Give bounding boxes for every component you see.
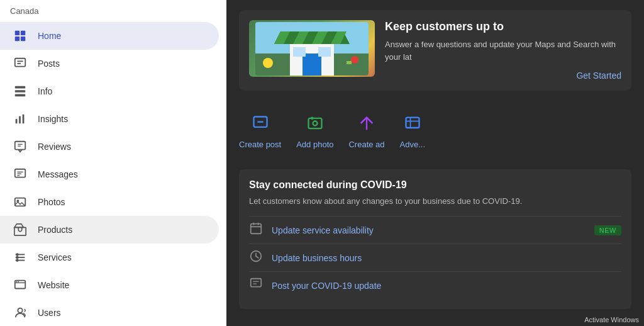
- svg-rect-1: [21, 31, 25, 35]
- create-post-button[interactable]: Create post: [239, 111, 281, 149]
- insights-icon: [13, 111, 28, 126]
- sidebar-item-users[interactable]: Users: [0, 299, 219, 326]
- sidebar-item-label-reviews: Reviews: [38, 142, 71, 152]
- svg-point-27: [16, 256, 19, 259]
- sidebar-item-website[interactable]: Website: [0, 271, 219, 299]
- sidebar-header: Canada: [0, 3, 226, 22]
- actions-row: Create post Add photo: [239, 103, 631, 157]
- posts-icon: [13, 56, 28, 71]
- sidebar-item-label-insights: Insights: [38, 114, 68, 124]
- svg-rect-47: [347, 61, 352, 64]
- new-badge: NEW: [594, 225, 621, 235]
- svg-point-45: [263, 58, 273, 68]
- create-ad-button[interactable]: Create ad: [348, 111, 384, 149]
- svg-rect-9: [15, 94, 26, 97]
- svg-rect-2: [15, 37, 19, 41]
- covid-item-service: Update service availability NEW: [249, 216, 621, 244]
- create-ad-icon: [354, 111, 379, 136]
- sidebar-item-insights[interactable]: Insights: [0, 105, 219, 133]
- svg-point-32: [18, 281, 19, 283]
- sidebar-item-label-photos: Photos: [38, 197, 65, 207]
- advertise-button[interactable]: Adve...: [400, 111, 425, 149]
- create-ad-label: Create ad: [348, 140, 384, 149]
- update-hours-link[interactable]: Update business hours: [272, 253, 621, 263]
- main-content: Keep customers up to Answer a few questi…: [226, 0, 644, 326]
- post-icon: [249, 277, 264, 294]
- svg-point-33: [18, 308, 22, 313]
- sidebar-item-products[interactable]: Products: [0, 216, 219, 244]
- svg-rect-12: [23, 115, 25, 124]
- svg-rect-11: [19, 116, 21, 123]
- svg-line-62: [256, 256, 258, 258]
- covid-title: Stay connected during COVID-19: [249, 179, 621, 191]
- sidebar-item-services[interactable]: Services: [0, 244, 219, 271]
- sidebar-item-label-posts: Posts: [38, 59, 60, 69]
- covid-section: Stay connected during COVID-19 Let custo…: [239, 169, 631, 309]
- sidebar-item-photos[interactable]: Photos: [0, 188, 219, 216]
- svg-point-51: [313, 121, 317, 126]
- covid-desc: Let customers know about any changes to …: [249, 196, 621, 207]
- banner-section: Keep customers up to Answer a few questi…: [239, 10, 631, 91]
- sidebar-item-posts[interactable]: Posts: [0, 50, 219, 77]
- sidebar-item-home[interactable]: Home: [0, 22, 219, 50]
- sidebar-item-label-users: Users: [38, 308, 61, 318]
- svg-rect-56: [251, 224, 262, 234]
- users-icon: [13, 305, 28, 320]
- website-icon: [13, 278, 28, 293]
- reviews-icon: [13, 139, 28, 154]
- info-icon: [13, 84, 28, 99]
- advertise-label: Adve...: [400, 140, 425, 149]
- svg-point-31: [16, 281, 18, 283]
- svg-rect-10: [16, 119, 18, 123]
- create-post-icon: [248, 111, 273, 136]
- sidebar-item-label-home: Home: [38, 31, 61, 41]
- sidebar-item-label-info: Info: [38, 86, 52, 96]
- messages-icon: [13, 167, 28, 182]
- sidebar-item-messages[interactable]: Messages: [0, 160, 219, 188]
- covid-item-hours: Update business hours: [249, 244, 621, 271]
- svg-rect-7: [15, 86, 26, 89]
- sidebar-item-info[interactable]: Info: [0, 77, 219, 105]
- svg-rect-42: [303, 53, 321, 76]
- calendar-icon: [249, 222, 264, 239]
- sidebar-item-label-messages: Messages: [38, 169, 78, 179]
- svg-rect-8: [15, 90, 26, 93]
- add-photo-button[interactable]: Add photo: [296, 111, 333, 149]
- advertise-icon: [400, 111, 425, 136]
- create-post-label: Create post: [239, 140, 281, 149]
- sidebar-item-label-services: Services: [38, 252, 72, 262]
- sidebar-item-label-products: Products: [38, 225, 72, 235]
- svg-rect-16: [15, 169, 26, 177]
- svg-rect-43: [293, 47, 306, 57]
- svg-point-46: [351, 56, 358, 64]
- svg-point-28: [16, 259, 19, 262]
- svg-rect-44: [318, 47, 331, 57]
- svg-rect-13: [15, 142, 26, 150]
- activate-windows-text: Activate Windows: [584, 316, 639, 323]
- post-covid-link[interactable]: Post your COVID-19 update: [272, 281, 621, 291]
- banner-title: Keep customers up to: [385, 20, 621, 33]
- banner-desc: Answer a few questions and update your M…: [385, 38, 621, 63]
- sidebar-item-label-website: Website: [38, 280, 69, 290]
- clock-icon: [249, 249, 264, 266]
- sidebar-item-reviews[interactable]: Reviews: [0, 133, 219, 160]
- svg-rect-50: [308, 118, 321, 128]
- products-icon: [13, 222, 28, 237]
- svg-rect-3: [21, 37, 25, 41]
- svg-rect-0: [15, 31, 19, 35]
- add-photo-label: Add photo: [296, 140, 333, 149]
- services-icon: [13, 250, 28, 265]
- svg-rect-4: [15, 59, 26, 67]
- covid-item-post: Post your COVID-19 update: [249, 271, 621, 299]
- home-icon: [13, 28, 28, 43]
- get-started-button[interactable]: Get Started: [576, 70, 621, 81]
- sidebar: Canada Home Posts: [0, 0, 226, 326]
- add-photo-icon: [303, 111, 328, 136]
- update-service-link[interactable]: Update service availability: [272, 225, 587, 235]
- svg-rect-63: [251, 279, 262, 287]
- svg-point-52: [311, 117, 314, 120]
- svg-point-26: [16, 253, 19, 256]
- banner-text: Keep customers up to Answer a few questi…: [385, 20, 621, 81]
- banner-image: [249, 20, 375, 77]
- svg-rect-53: [406, 118, 419, 128]
